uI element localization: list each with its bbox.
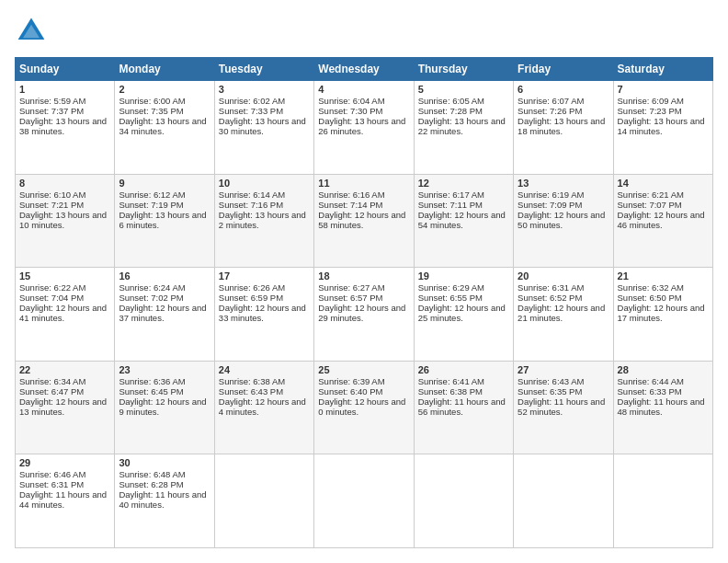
calendar-cell: 20Sunrise: 6:31 AMSunset: 6:52 PMDayligh… bbox=[514, 268, 613, 362]
day-number: 27 bbox=[518, 364, 609, 375]
calendar-cell: 29Sunrise: 6:46 AMSunset: 6:31 PMDayligh… bbox=[16, 454, 115, 548]
sunset-text: Sunset: 6:38 PM bbox=[418, 386, 483, 396]
calendar-cell: 24Sunrise: 6:38 AMSunset: 6:43 PMDayligh… bbox=[214, 361, 313, 454]
daylight-text: Daylight: 13 hours and 26 minutes. bbox=[318, 116, 405, 136]
week-row: 8Sunrise: 6:10 AMSunset: 7:21 PMDaylight… bbox=[16, 174, 713, 268]
day-number: 1 bbox=[19, 84, 110, 95]
week-row: 29Sunrise: 6:46 AMSunset: 6:31 PMDayligh… bbox=[16, 454, 713, 548]
sunset-text: Sunset: 7:26 PM bbox=[518, 106, 582, 116]
calendar-cell: 16Sunrise: 6:24 AMSunset: 7:02 PMDayligh… bbox=[115, 268, 214, 362]
sunrise-text: Sunrise: 6:38 AM bbox=[219, 376, 285, 386]
day-number: 22 bbox=[19, 364, 110, 375]
sunrise-text: Sunrise: 5:59 AM bbox=[19, 96, 85, 106]
calendar-cell: 11Sunrise: 6:16 AMSunset: 7:14 PMDayligh… bbox=[314, 174, 414, 268]
sunrise-text: Sunrise: 6:29 AM bbox=[418, 282, 484, 293]
day-number: 26 bbox=[418, 364, 509, 375]
calendar-cell: 28Sunrise: 6:44 AMSunset: 6:33 PMDayligh… bbox=[613, 361, 712, 454]
calendar-header: SundayMondayTuesdayWednesdayThursdayFrid… bbox=[16, 58, 713, 81]
daylight-text: Daylight: 12 hours and 4 minutes. bbox=[219, 396, 306, 417]
sunrise-text: Sunrise: 6:26 AM bbox=[219, 282, 285, 293]
daylight-text: Daylight: 12 hours and 29 minutes. bbox=[318, 303, 405, 323]
day-number: 18 bbox=[318, 270, 409, 282]
calendar-cell: 10Sunrise: 6:14 AMSunset: 7:16 PMDayligh… bbox=[214, 174, 313, 268]
calendar-cell: 14Sunrise: 6:21 AMSunset: 7:07 PMDayligh… bbox=[613, 174, 712, 268]
sunrise-text: Sunrise: 6:34 AM bbox=[19, 376, 85, 386]
day-number: 24 bbox=[219, 364, 310, 375]
header bbox=[15, 15, 713, 48]
sunset-text: Sunset: 6:59 PM bbox=[219, 293, 283, 303]
daylight-text: Daylight: 12 hours and 25 minutes. bbox=[418, 303, 506, 323]
sunrise-text: Sunrise: 6:22 AM bbox=[19, 282, 85, 293]
sunset-text: Sunset: 6:33 PM bbox=[618, 386, 682, 396]
sunset-text: Sunset: 7:14 PM bbox=[318, 200, 382, 210]
sunset-text: Sunset: 6:55 PM bbox=[418, 293, 483, 303]
day-number: 6 bbox=[518, 84, 609, 95]
daylight-text: Daylight: 11 hours and 40 minutes. bbox=[119, 489, 206, 510]
week-row: 22Sunrise: 6:34 AMSunset: 6:47 PMDayligh… bbox=[16, 361, 713, 454]
calendar-cell: 21Sunrise: 6:32 AMSunset: 6:50 PMDayligh… bbox=[613, 268, 712, 362]
sunrise-text: Sunrise: 6:43 AM bbox=[518, 376, 584, 386]
day-number: 15 bbox=[19, 270, 110, 282]
day-number: 29 bbox=[19, 457, 110, 468]
sunrise-text: Sunrise: 6:10 AM bbox=[19, 190, 85, 200]
day-number: 25 bbox=[318, 364, 409, 375]
calendar-cell bbox=[613, 454, 712, 548]
daylight-text: Daylight: 13 hours and 18 minutes. bbox=[518, 116, 605, 136]
header-row: SundayMondayTuesdayWednesdayThursdayFrid… bbox=[16, 58, 713, 81]
header-day: Friday bbox=[514, 58, 613, 81]
daylight-text: Daylight: 12 hours and 37 minutes. bbox=[119, 303, 206, 323]
daylight-text: Daylight: 12 hours and 41 minutes. bbox=[19, 303, 107, 323]
sunrise-text: Sunrise: 6:27 AM bbox=[318, 282, 384, 293]
header-day: Wednesday bbox=[314, 58, 414, 81]
sunrise-text: Sunrise: 6:04 AM bbox=[318, 96, 384, 106]
daylight-text: Daylight: 11 hours and 56 minutes. bbox=[418, 396, 506, 417]
sunrise-text: Sunrise: 6:32 AM bbox=[618, 282, 684, 293]
sunrise-text: Sunrise: 6:09 AM bbox=[618, 96, 684, 106]
daylight-text: Daylight: 11 hours and 44 minutes. bbox=[19, 489, 107, 510]
calendar-cell bbox=[414, 454, 513, 548]
sunset-text: Sunset: 7:11 PM bbox=[418, 200, 483, 210]
sunrise-text: Sunrise: 6:16 AM bbox=[318, 190, 384, 200]
sunset-text: Sunset: 7:21 PM bbox=[19, 200, 84, 210]
day-number: 5 bbox=[418, 84, 509, 95]
daylight-text: Daylight: 13 hours and 10 minutes. bbox=[19, 210, 107, 230]
calendar-table: SundayMondayTuesdayWednesdayThursdayFrid… bbox=[15, 57, 713, 548]
calendar-cell: 13Sunrise: 6:19 AMSunset: 7:09 PMDayligh… bbox=[514, 174, 613, 268]
sunrise-text: Sunrise: 6:12 AM bbox=[119, 190, 185, 200]
calendar-cell: 17Sunrise: 6:26 AMSunset: 6:59 PMDayligh… bbox=[214, 268, 313, 362]
sunrise-text: Sunrise: 6:17 AM bbox=[418, 190, 484, 200]
calendar-cell: 15Sunrise: 6:22 AMSunset: 7:04 PMDayligh… bbox=[16, 268, 115, 362]
sunset-text: Sunset: 7:16 PM bbox=[219, 200, 283, 210]
sunrise-text: Sunrise: 6:31 AM bbox=[518, 282, 584, 293]
header-day: Saturday bbox=[613, 58, 712, 81]
sunset-text: Sunset: 7:19 PM bbox=[119, 200, 183, 210]
calendar-cell: 30Sunrise: 6:48 AMSunset: 6:28 PMDayligh… bbox=[115, 454, 214, 548]
sunrise-text: Sunrise: 6:48 AM bbox=[119, 469, 185, 479]
sunrise-text: Sunrise: 6:02 AM bbox=[219, 96, 285, 106]
daylight-text: Daylight: 13 hours and 34 minutes. bbox=[119, 116, 206, 136]
header-day: Tuesday bbox=[214, 58, 313, 81]
calendar-cell: 3Sunrise: 6:02 AMSunset: 7:33 PMDaylight… bbox=[214, 81, 313, 175]
daylight-text: Daylight: 13 hours and 14 minutes. bbox=[618, 116, 705, 136]
sunset-text: Sunset: 7:23 PM bbox=[618, 106, 682, 116]
daylight-text: Daylight: 12 hours and 50 minutes. bbox=[518, 210, 605, 230]
calendar-cell: 23Sunrise: 6:36 AMSunset: 6:45 PMDayligh… bbox=[115, 361, 214, 454]
daylight-text: Daylight: 11 hours and 52 minutes. bbox=[518, 396, 605, 417]
sunset-text: Sunset: 6:40 PM bbox=[318, 386, 382, 396]
calendar-cell: 1Sunrise: 5:59 AMSunset: 7:37 PMDaylight… bbox=[16, 81, 115, 175]
day-number: 8 bbox=[19, 178, 110, 189]
calendar-cell: 27Sunrise: 6:43 AMSunset: 6:35 PMDayligh… bbox=[514, 361, 613, 454]
sunset-text: Sunset: 7:35 PM bbox=[119, 106, 183, 116]
day-number: 2 bbox=[119, 84, 210, 95]
sunrise-text: Sunrise: 6:36 AM bbox=[119, 376, 185, 386]
sunset-text: Sunset: 7:07 PM bbox=[618, 200, 682, 210]
day-number: 17 bbox=[219, 270, 310, 282]
calendar-cell: 5Sunrise: 6:05 AMSunset: 7:28 PMDaylight… bbox=[414, 81, 513, 175]
day-number: 28 bbox=[618, 364, 709, 375]
daylight-text: Daylight: 13 hours and 22 minutes. bbox=[418, 116, 506, 136]
sunrise-text: Sunrise: 6:41 AM bbox=[418, 376, 484, 386]
calendar-cell bbox=[214, 454, 313, 548]
sunset-text: Sunset: 6:50 PM bbox=[618, 293, 682, 303]
day-number: 21 bbox=[618, 270, 709, 282]
sunset-text: Sunset: 7:33 PM bbox=[219, 106, 283, 116]
